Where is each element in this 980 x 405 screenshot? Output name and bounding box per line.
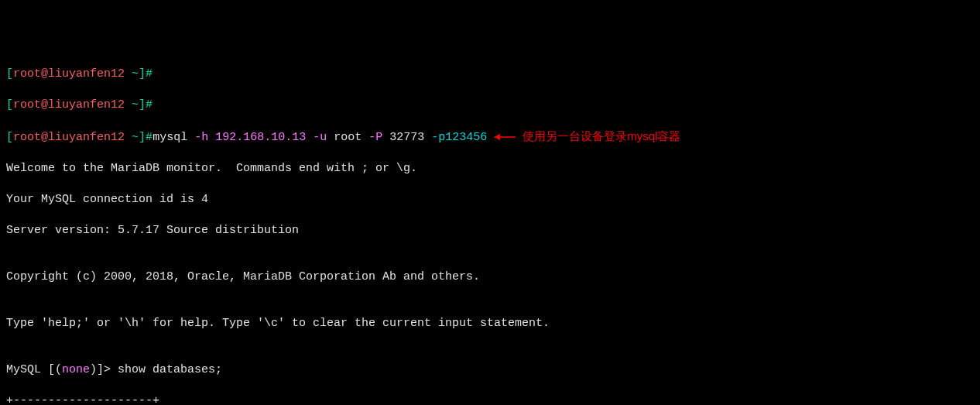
- bracket-open: [: [6, 131, 13, 144]
- cmd-u-flag: -u: [313, 131, 327, 144]
- prompt-path: ~: [125, 131, 139, 144]
- prompt-user: root: [13, 67, 41, 81]
- query-show-databases: show databases;: [118, 363, 222, 376]
- arrow-icon: [494, 132, 516, 142]
- prompt-line-1: [root@liuyanfen12 ~]#: [6, 67, 974, 82]
- mysql-prompt-suffix: )]>: [90, 363, 118, 376]
- prompt-user: root: [13, 131, 41, 144]
- prompt-hash: #: [146, 131, 152, 144]
- prompt-path: ~: [125, 98, 139, 112]
- cmd-port: 32773: [382, 131, 431, 144]
- prompt-at: @: [41, 131, 48, 144]
- prompt-host: liuyanfen12: [48, 98, 125, 112]
- prompt-line-2: [root@liuyanfen12 ~]#: [6, 98, 974, 113]
- output-welcome: Welcome to the MariaDB monitor. Commands…: [6, 161, 974, 177]
- output-connection: Your MySQL connection id is 4: [6, 192, 974, 208]
- output-copyright: Copyright (c) 2000, 2018, Oracle, MariaD…: [6, 269, 974, 285]
- prompt-host: liuyanfen12: [48, 67, 125, 81]
- cmd-p-flag: -p: [431, 131, 445, 144]
- prompt-hash: #: [146, 98, 152, 112]
- bracket-open: [: [6, 67, 13, 81]
- bracket-close: ]: [139, 67, 146, 81]
- prompt-host: liuyanfen12: [48, 131, 125, 144]
- cmd-h-flag: -h: [194, 131, 208, 144]
- annotation-text: 使用另一台设备登录mysql容器: [523, 129, 680, 142]
- cmd-password: 123456: [445, 131, 487, 144]
- prompt-path: ~: [125, 67, 139, 81]
- output-help: Type 'help;' or '\h' for help. Type '\c'…: [6, 316, 974, 331]
- prompt-user: root: [13, 98, 41, 112]
- bracket-open: [: [6, 98, 13, 112]
- prompt-at: @: [41, 98, 48, 112]
- prompt-hash: #: [146, 67, 152, 81]
- command-line[interactable]: [root@liuyanfen12 ~]#mysql -h 192.168.10…: [6, 129, 974, 146]
- cmd-ip: 192.168.10.13: [208, 131, 313, 144]
- mysql-prompt-prefix: MySQL [(: [6, 363, 62, 376]
- mysql-query-line[interactable]: MySQL [(none)]> show databases;: [6, 362, 974, 378]
- prompt-at: @: [41, 67, 48, 81]
- table-sep-top: +--------------------+: [6, 393, 974, 405]
- cmd-mysql: mysql: [152, 131, 194, 144]
- cmd-port-flag: -P: [368, 131, 382, 144]
- bracket-close: ]: [139, 131, 146, 144]
- bracket-close: ]: [139, 98, 146, 112]
- cmd-root: root: [327, 131, 368, 144]
- svg-marker-1: [494, 134, 500, 140]
- output-version: Server version: 5.7.17 Source distributi…: [6, 223, 974, 239]
- mysql-prompt-none: none: [62, 363, 90, 376]
